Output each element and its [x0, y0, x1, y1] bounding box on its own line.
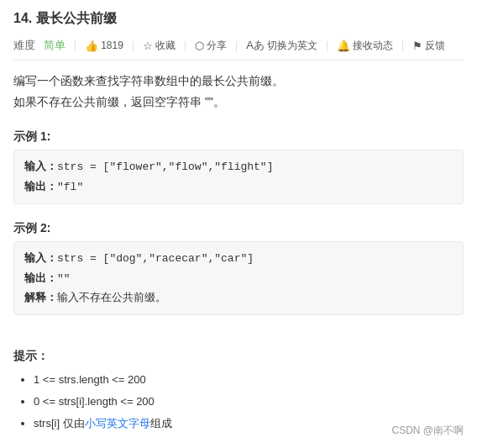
description-block: 编写一个函数来查找字符串数组中的最长公共前缀。 如果不存在公共前缀，返回空字符串…	[13, 71, 464, 113]
star-icon: ☆	[143, 40, 153, 52]
example-2-section: 示例 2: 输入：strs = ["dog","racecar","car"] …	[13, 221, 464, 315]
hints-section: 提示： 1 <= strs.length <= 200 0 <= strs[i]…	[13, 349, 464, 435]
feedback-icon: ⚑	[412, 40, 422, 52]
bell-icon: 🔔	[337, 40, 350, 52]
switch-lang-button[interactable]: Aあ 切换为英文	[246, 38, 317, 53]
hint-item-3-text: strs[i] 仅由小写英文字母组成	[34, 417, 172, 430]
likes-button[interactable]: 👍 1819	[85, 40, 123, 52]
collect-button[interactable]: ☆ 收藏	[143, 39, 176, 53]
difficulty-label: 难度	[13, 38, 35, 53]
page-container: 14. 最长公共前缀 难度 简单 | 👍 1819 | ☆ 收藏 | ⬡ 分享 …	[0, 0, 477, 448]
feedback-label: 反馈	[425, 39, 445, 53]
toolbar: 难度 简单 | 👍 1819 | ☆ 收藏 | ⬡ 分享 | Aあ 切换为英文 …	[13, 34, 464, 61]
difficulty-easy[interactable]: 简单	[44, 38, 66, 53]
example-1-output-label: 输出：	[24, 181, 57, 193]
switch-lang-label: 切换为英文	[267, 39, 317, 53]
lowercase-link[interactable]: 小写英文字母	[85, 417, 150, 430]
share-icon: ⬡	[195, 40, 204, 52]
example-1-input: 输入：strs = ["flower","flow","flight"]	[24, 157, 453, 177]
share-button[interactable]: ⬡ 分享	[195, 39, 227, 53]
example-1-output: 输出："fl"	[24, 177, 453, 197]
notifications-button[interactable]: 🔔 接收动态	[337, 39, 393, 53]
example-1-block: 输入：strs = ["flower","flow","flight"] 输出：…	[13, 150, 464, 204]
example-2-explain: 解释：输入不存在公共前缀。	[24, 288, 453, 308]
description-line-1: 编写一个函数来查找字符串数组中的最长公共前缀。	[13, 71, 464, 92]
feedback-button[interactable]: ⚑ 反馈	[412, 39, 445, 53]
example-1-title: 示例 1:	[13, 129, 464, 145]
thumbs-up-icon: 👍	[85, 40, 98, 52]
problem-title: 14. 最长公共前缀	[13, 10, 117, 28]
example-2-output: 输出：""	[24, 269, 453, 288]
example-2-output-label: 输出：	[24, 272, 57, 285]
example-2-title: 示例 2:	[13, 221, 464, 236]
example-1-input-label: 输入：	[24, 161, 57, 173]
translate-icon: Aあ	[246, 38, 265, 53]
watermark: CSDN @南不啊	[391, 424, 464, 438]
example-1-section: 示例 1: 输入：strs = ["flower","flow","flight…	[13, 129, 464, 204]
example-2-block: 输入：strs = ["dog","racecar","car"] 输出："" …	[13, 241, 464, 315]
hints-title: 提示：	[13, 349, 464, 364]
collect-label: 收藏	[155, 39, 176, 53]
example-2-input-label: 输入：	[24, 252, 57, 265]
share-label: 分享	[207, 39, 227, 53]
example-2-input: 输入：strs = ["dog","racecar","car"]	[24, 249, 453, 268]
title-row: 14. 最长公共前缀	[13, 10, 464, 28]
hint-item-2: 0 <= strs[i].length <= 200	[34, 391, 464, 413]
hint-item-1: 1 <= strs.length <= 200	[34, 369, 464, 391]
likes-count: 1819	[101, 40, 123, 51]
description-line-2: 如果不存在公共前缀，返回空字符串 ""。	[13, 92, 464, 113]
example-2-explain-label: 解释：	[24, 292, 57, 304]
notifications-label: 接收动态	[353, 39, 393, 53]
